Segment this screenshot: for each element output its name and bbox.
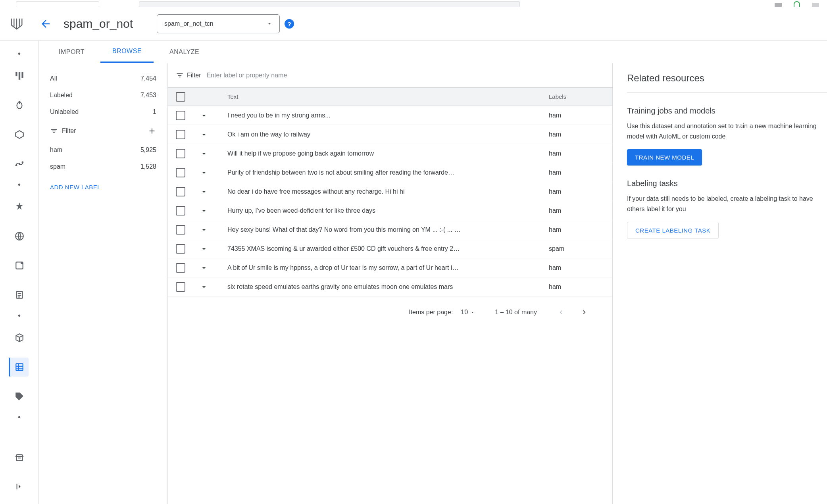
train-new-model-button[interactable]: TRAIN NEW MODEL bbox=[627, 149, 702, 165]
rail-item-notebooks[interactable] bbox=[10, 125, 29, 144]
row-checkbox[interactable] bbox=[176, 244, 185, 254]
row-checkbox[interactable] bbox=[176, 225, 185, 235]
row-label: ham bbox=[549, 226, 604, 233]
tab-import[interactable]: IMPORT bbox=[47, 41, 96, 63]
svg-point-3 bbox=[16, 165, 17, 165]
project-selector[interactable] bbox=[16, 1, 99, 7]
rail-collapse-icon[interactable] bbox=[10, 477, 29, 496]
expand-row-icon[interactable] bbox=[200, 168, 227, 177]
table-row[interactable]: 74355 XMAS iscoming & ur awarded either … bbox=[168, 239, 612, 258]
rail-item-endpoints[interactable] bbox=[10, 227, 29, 246]
next-page-button[interactable] bbox=[581, 308, 589, 316]
row-checkbox[interactable] bbox=[176, 168, 185, 177]
expand-row-icon[interactable] bbox=[200, 264, 227, 272]
stat-all-count: 7,454 bbox=[140, 75, 156, 82]
rail-item-metadata[interactable] bbox=[10, 285, 29, 304]
row-checkbox[interactable] bbox=[176, 149, 185, 158]
rail-item-dashboard[interactable] bbox=[10, 66, 29, 85]
table-row[interactable]: six rotate speed emulates earths gravity… bbox=[168, 277, 612, 296]
tabs: IMPORT BROWSE ANALYZE bbox=[39, 41, 827, 63]
expand-row-icon[interactable] bbox=[200, 130, 227, 139]
svg-point-4 bbox=[19, 164, 19, 164]
trial-status-icon[interactable] bbox=[794, 1, 800, 7]
table-row[interactable]: I need you to be in my strong arms...ham bbox=[168, 106, 612, 125]
expand-row-icon[interactable] bbox=[200, 206, 227, 215]
rail-item-datasets[interactable] bbox=[9, 358, 29, 377]
row-checkbox[interactable] bbox=[176, 206, 185, 215]
shell-icon-2[interactable] bbox=[812, 3, 819, 7]
expand-row-icon[interactable] bbox=[200, 149, 227, 158]
training-section-title: Training jobs and models bbox=[627, 106, 827, 115]
expand-row-icon[interactable] bbox=[200, 225, 227, 234]
back-arrow-icon[interactable] bbox=[40, 18, 52, 30]
annotation-set-select[interactable]: spam_or_not_tcn bbox=[157, 14, 280, 33]
expand-row-icon[interactable] bbox=[200, 187, 227, 196]
filter-panel: All 7,454 Labeled 7,453 Unlabeled 1 bbox=[39, 63, 168, 504]
top-shell bbox=[0, 0, 827, 7]
row-text: Purity of friendship between two is not … bbox=[227, 169, 549, 176]
items-per-page-value: 10 bbox=[461, 309, 468, 316]
svg-rect-1 bbox=[18, 72, 20, 80]
svg-rect-2 bbox=[21, 72, 23, 78]
tab-browse[interactable]: BROWSE bbox=[100, 41, 154, 63]
row-text: six rotate speed emulates earths gravity… bbox=[227, 283, 549, 290]
global-search[interactable] bbox=[139, 1, 520, 7]
table-row[interactable]: No dear i do have free messages without … bbox=[168, 182, 612, 201]
rail-item-pipelines[interactable] bbox=[10, 96, 29, 115]
tab-analyze[interactable]: ANALYZE bbox=[158, 41, 211, 63]
rail-item-batch[interactable] bbox=[10, 256, 29, 275]
label-row-spam[interactable]: spam 1,528 bbox=[39, 158, 167, 175]
items-per-page-select[interactable]: 10 bbox=[461, 309, 475, 316]
table-row[interactable]: A bit of Ur smile is my hppnss, a drop o… bbox=[168, 258, 612, 277]
svg-rect-0 bbox=[15, 72, 17, 76]
expand-row-icon[interactable] bbox=[200, 111, 227, 120]
add-filter-icon[interactable] bbox=[148, 127, 156, 135]
table-row[interactable]: Purity of friendship between two is not … bbox=[168, 163, 612, 182]
row-text: No dear i do have free messages without … bbox=[227, 188, 549, 195]
shell-icon[interactable] bbox=[775, 3, 782, 7]
table-row[interactable]: Hey sexy buns! What of that day? No word… bbox=[168, 220, 612, 239]
row-checkbox[interactable] bbox=[176, 187, 185, 196]
table-row[interactable]: Hurry up, I've been weed-deficient for l… bbox=[168, 201, 612, 220]
expand-row-icon[interactable] bbox=[200, 244, 227, 253]
stat-unlabeled[interactable]: Unlabeled 1 bbox=[39, 104, 167, 120]
label-row-ham[interactable]: ham 5,925 bbox=[39, 142, 167, 158]
row-label: ham bbox=[549, 264, 604, 271]
create-labeling-task-button[interactable]: CREATE LABELING TASK bbox=[627, 222, 719, 239]
help-icon[interactable]: ? bbox=[285, 19, 294, 29]
row-checkbox[interactable] bbox=[176, 282, 185, 292]
rail-separator: • bbox=[10, 416, 29, 419]
rail-item-marketplace[interactable] bbox=[10, 448, 29, 467]
row-label: ham bbox=[549, 207, 604, 214]
page-header: spam_or_not spam_or_not_tcn ? bbox=[0, 7, 827, 41]
select-all-checkbox[interactable] bbox=[176, 92, 185, 102]
stat-unlabeled-count: 1 bbox=[153, 108, 156, 115]
table-filter-input[interactable] bbox=[207, 72, 365, 79]
row-text: I need you to be in my strong arms... bbox=[227, 112, 549, 119]
table-header-row: Text Labels bbox=[168, 88, 612, 106]
table-row[interactable]: Will it help if we propose going back ag… bbox=[168, 144, 612, 163]
training-section-text: Use this dataset and annotation set to t… bbox=[627, 121, 827, 141]
table-row[interactable]: Ok i am on the way to railwayham bbox=[168, 125, 612, 144]
label-count: 5,925 bbox=[140, 146, 156, 154]
col-header-text: Text bbox=[227, 93, 549, 100]
rail-item-features[interactable] bbox=[10, 328, 29, 347]
rail-separator: • bbox=[10, 53, 29, 56]
nav-rail: • • bbox=[0, 41, 39, 504]
row-checkbox[interactable] bbox=[176, 263, 185, 273]
row-label: ham bbox=[549, 131, 604, 138]
expand-row-icon[interactable] bbox=[200, 283, 227, 291]
labeling-section-title: Labeling tasks bbox=[627, 179, 827, 188]
prev-page-button[interactable] bbox=[557, 308, 565, 316]
stat-labeled-count: 7,453 bbox=[140, 92, 156, 99]
service-icon[interactable] bbox=[9, 16, 25, 32]
rail-item-models[interactable] bbox=[10, 197, 29, 216]
add-new-label-button[interactable]: ADD NEW LABEL bbox=[39, 175, 167, 199]
rail-item-experiments[interactable] bbox=[10, 154, 29, 173]
row-checkbox[interactable] bbox=[176, 111, 185, 120]
stat-labeled[interactable]: Labeled 7,453 bbox=[39, 87, 167, 104]
filter-list-icon bbox=[50, 127, 58, 135]
stat-all[interactable]: All 7,454 bbox=[39, 70, 167, 87]
rail-item-labeling[interactable] bbox=[10, 387, 29, 406]
row-checkbox[interactable] bbox=[176, 130, 185, 139]
